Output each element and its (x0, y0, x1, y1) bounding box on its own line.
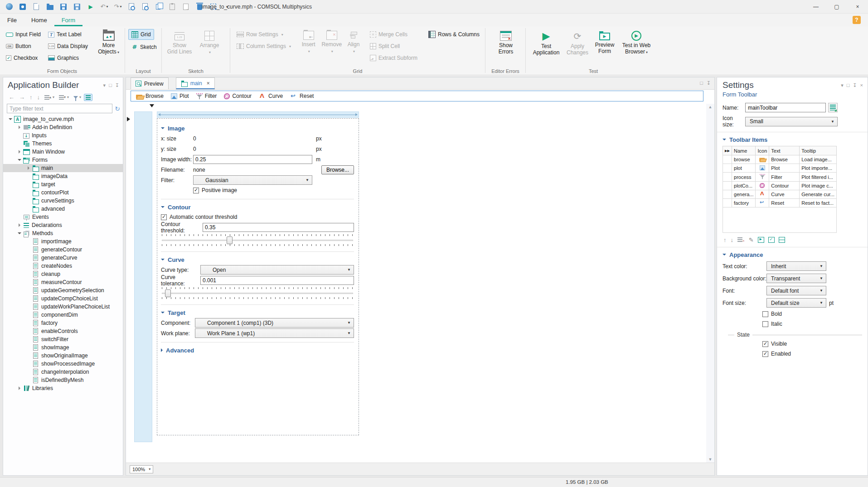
work-plane-combo[interactable]: Work Plane 1 (wp1)▼ (195, 328, 354, 338)
tree-item-importimage[interactable]: importImage (3, 237, 123, 246)
undo-icon[interactable]: ↶▾ (100, 2, 109, 11)
tree-item-isdefinedbymesh[interactable]: isDefinedByMesh (3, 376, 123, 384)
tree-expander-icon[interactable] (7, 118, 14, 120)
row-handle[interactable] (723, 182, 732, 190)
tree-item-target[interactable]: target (3, 180, 123, 188)
tree-item-generatecontour[interactable]: generateContour (3, 246, 123, 254)
icon-size-combo[interactable]: Small▼ (745, 117, 838, 126)
section-header-toolbar-items[interactable]: Toolbar Items (717, 134, 868, 145)
item-name-cell[interactable]: browse (732, 155, 756, 164)
item-name-cell[interactable]: factory (732, 199, 756, 207)
tab-home[interactable]: Home (24, 14, 54, 26)
tree-item-add-in-definition[interactable]: Add-in Definition (3, 123, 123, 131)
tree-expander-icon[interactable] (16, 150, 23, 154)
close-tab-icon[interactable]: × (207, 80, 210, 87)
row-handle[interactable] (723, 190, 732, 199)
tooltip-column-header[interactable]: Tooltip (800, 146, 837, 155)
form-design-region[interactable]: Image x: size0px y: size0px Image width:… (157, 118, 359, 435)
component-combo[interactable]: Component 1 (comp1) (3D)▼ (195, 318, 354, 328)
zoom-level-select[interactable]: 100%▾ (130, 465, 153, 473)
tree-item-image-to-curve-mph[interactable]: image_to_curve.mph (3, 115, 123, 123)
tree-item-componentdim[interactable]: componentDim (3, 311, 123, 319)
panel-pin-icon[interactable]: ↧ (115, 82, 119, 88)
contour-threshold-slider[interactable] (161, 233, 354, 247)
tree-item-themes[interactable]: Themes (3, 140, 123, 148)
tree-expander-icon[interactable] (16, 159, 23, 161)
move-up-icon[interactable]: ↑ (28, 92, 34, 102)
tree-item-updategeometryselection[interactable]: updateGeometrySelection (3, 286, 123, 294)
table-empty-area[interactable] (723, 207, 837, 233)
tree-expander-icon[interactable] (16, 386, 23, 390)
item-type-separator-icon[interactable] (779, 237, 785, 243)
slider-handle[interactable] (165, 289, 171, 297)
tree-item-createnodes[interactable]: createNodes (3, 262, 123, 270)
scroll-up-icon[interactable]: ▲ (706, 105, 714, 109)
panel-menu-icon[interactable]: ▾ (841, 82, 844, 88)
item-tooltip-cell[interactable]: Plot filtered i... (800, 173, 837, 182)
tree-item-forms[interactable]: Forms (3, 156, 123, 164)
save-as-icon[interactable] (73, 2, 82, 11)
back-icon[interactable]: ← (7, 92, 16, 102)
tree-item-contourplot[interactable]: contourPlot (3, 188, 123, 197)
visible-checkbox[interactable] (762, 341, 768, 347)
text-label-button[interactable]: TText Label (45, 29, 91, 40)
form-toolbar-browse-button[interactable]: Browse (133, 92, 167, 101)
tree-expander-icon[interactable] (16, 232, 23, 234)
font-size-combo[interactable]: Default size▼ (766, 298, 826, 308)
item-text-cell[interactable]: Curve (769, 190, 800, 199)
row-handle[interactable] (723, 199, 732, 207)
panel-menu-icon[interactable]: ▾ (103, 82, 106, 88)
editor-maximize-icon[interactable]: □ (700, 80, 703, 86)
expand-all-icon[interactable]: ▴▾ (43, 94, 56, 101)
edit-row-icon[interactable]: ✎ (749, 236, 754, 243)
tree-item-updateworkplanechoicelist[interactable]: updateWorkPlaneChoiceList (3, 303, 123, 311)
section-header-curve[interactable]: Curve (161, 255, 354, 265)
tree-filter-input[interactable] (7, 104, 112, 113)
tab-file[interactable]: File (0, 14, 24, 26)
tree-item-advanced[interactable]: advanced (3, 205, 123, 213)
filter-combo[interactable]: Gaussian▼ (193, 175, 312, 185)
item-icon-cell[interactable] (756, 155, 769, 164)
delete-row-icon[interactable]: × (737, 236, 745, 243)
font-combo[interactable]: Default font▼ (766, 286, 826, 295)
redo-icon[interactable]: ↷▾ (113, 2, 122, 11)
item-tooltip-cell[interactable]: Plot image c... (800, 182, 837, 190)
italic-checkbox[interactable] (762, 321, 768, 327)
tab-form[interactable]: Form (54, 14, 82, 26)
item-type-button-icon[interactable] (758, 237, 764, 243)
toolbar-item-row[interactable]: factoryResetReset to fact... (723, 199, 837, 207)
help-button[interactable]: ? (853, 16, 861, 24)
forward-icon[interactable]: → (17, 92, 27, 102)
curve-tolerance-input[interactable] (200, 276, 354, 285)
image-width-input[interactable] (193, 155, 312, 164)
filter-icon[interactable]: ▾ (72, 94, 83, 101)
button-object-button[interactable]: OKButton (3, 41, 44, 52)
panel-pin-icon[interactable]: ↧ (853, 82, 857, 88)
tree-item-cleanup[interactable]: cleanup (3, 270, 123, 278)
item-name-cell[interactable]: plotCo... (732, 182, 756, 190)
run-icon[interactable]: ▶ (86, 2, 95, 11)
move-up-icon[interactable]: ↑ (723, 236, 727, 243)
toolbar-name-input[interactable] (745, 103, 826, 112)
panel-close-icon[interactable]: × (860, 82, 863, 88)
item-tooltip-cell[interactable]: Plot importe... (800, 164, 837, 173)
tree-expander-icon[interactable] (16, 125, 23, 129)
tree-item-updatecompchoicelist[interactable]: updateCompChoiceList (3, 294, 123, 303)
tree-item-methods[interactable]: Methods (3, 229, 123, 237)
tree-item-curvesettings[interactable]: curveSettings (3, 197, 123, 205)
form-toolbar-object[interactable]: BrowsePlotFilterContourCurveReset (131, 91, 703, 101)
model-wizard-icon[interactable] (18, 2, 27, 11)
show-all-toggle-icon[interactable] (84, 94, 92, 101)
tree-item-switchfilter[interactable]: switchFilter (3, 335, 123, 343)
grid-row-header[interactable] (134, 111, 152, 442)
item-icon-cell[interactable] (756, 173, 769, 182)
enabled-checkbox[interactable] (762, 351, 768, 357)
item-text-cell[interactable]: Contour (769, 182, 800, 190)
tree-item-libraries[interactable]: Libraries (3, 384, 123, 392)
tab-main[interactable]: main × (176, 77, 215, 89)
item-tooltip-cell[interactable]: Generate cur... (800, 190, 837, 199)
positive-image-checkbox[interactable] (193, 188, 199, 193)
tree-item-imagedata[interactable]: imageData (3, 172, 123, 180)
tree-item-showprocessedimage[interactable]: showProcessedImage (3, 360, 123, 368)
item-name-cell[interactable]: plot (732, 164, 756, 173)
